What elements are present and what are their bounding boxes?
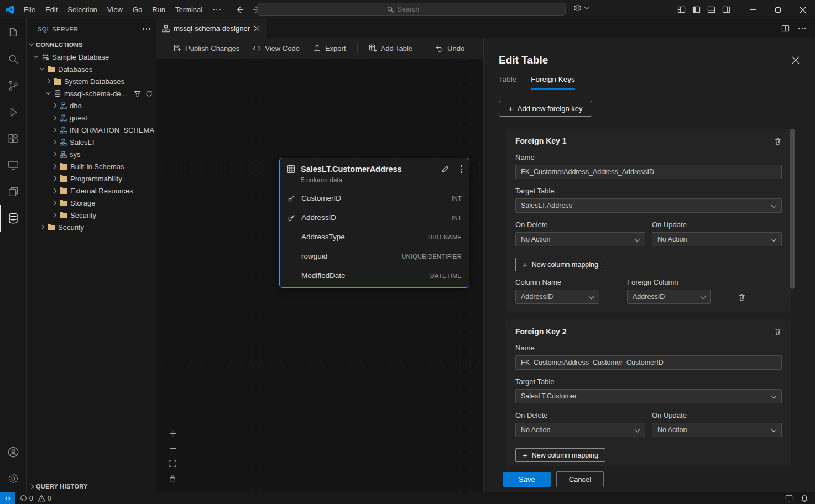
tree-item-information-schema[interactable]: INFORMATION_SCHEMA <box>27 124 156 136</box>
fk2-new-column-mapping-button[interactable]: + New column mapping <box>515 448 605 462</box>
column-row-rowguid[interactable]: rowguid UNIQUEIDENTIFIER <box>280 246 469 266</box>
sql-server-view-icon[interactable] <box>0 205 26 232</box>
sql-projects-icon[interactable] <box>0 179 26 205</box>
tree-item-mssql-schema-database[interactable]: mssql-schema-de... <box>27 87 156 99</box>
fk1-on-delete-dropdown[interactable]: No Action <box>515 232 645 246</box>
delete-foreign-key-2-trash-icon[interactable] <box>774 328 782 336</box>
add-new-foreign-key-button[interactable]: + Add new foreign key <box>499 101 592 117</box>
tree-item-databases[interactable]: Databases <box>27 63 156 75</box>
copilot-menu[interactable] <box>573 3 589 13</box>
tab-mssql-schema-designer[interactable]: mssql-schema-designer <box>156 19 266 38</box>
fk2-on-delete-dropdown[interactable]: No Action <box>515 423 645 437</box>
split-editor-icon[interactable] <box>781 24 790 33</box>
vscode-window: File Edit Selection View Go Run Terminal <box>0 0 815 504</box>
tree-item-saleslt[interactable]: SalesLT <box>27 136 156 148</box>
zoom-in-icon[interactable] <box>168 428 177 438</box>
tree-item-security-server[interactable]: Security <box>27 221 156 233</box>
maximize-button[interactable] <box>765 0 790 19</box>
designer-canvas[interactable]: SalesLT.CustomerAddress <box>156 59 483 492</box>
tree-item-dbo[interactable]: dbo <box>27 99 156 112</box>
menu-go[interactable]: Go <box>128 2 147 17</box>
node-kebab-menu-icon[interactable] <box>461 165 462 173</box>
fit-view-icon[interactable] <box>168 458 177 468</box>
fk1-name-input[interactable] <box>515 165 782 179</box>
problems-indicator[interactable]: 0 0 <box>15 492 55 504</box>
fk2-on-update-dropdown[interactable]: No Action <box>652 423 782 437</box>
tree-item-security-db[interactable]: Security <box>27 209 156 221</box>
toggle-panel-icon[interactable] <box>707 6 715 14</box>
tab-foreign-keys[interactable]: Foreign Keys <box>531 75 575 90</box>
toggle-secondary-sidebar-icon[interactable] <box>722 6 730 14</box>
column-row-customerid[interactable]: CustomerID INT <box>280 188 469 208</box>
extensions-icon[interactable] <box>0 125 26 152</box>
connections-section-header[interactable]: CONNECTIONS <box>27 39 156 51</box>
menu-edit[interactable]: Edit <box>40 2 62 17</box>
fk1-target-table-dropdown[interactable]: SalesLT.Address <box>515 198 782 213</box>
back-arrow-icon[interactable] <box>234 3 246 15</box>
delete-column-mapping-trash-icon[interactable] <box>738 293 746 301</box>
screencast-monitor-icon[interactable] <box>785 495 793 502</box>
tree-item-external-resources[interactable]: External Resources <box>27 185 156 197</box>
panel-scrollbar-thumb[interactable] <box>790 129 795 289</box>
fk1-on-update-dropdown[interactable]: No Action <box>652 232 782 246</box>
notifications-bell-icon[interactable] <box>801 495 808 502</box>
close-window-button[interactable] <box>790 0 815 19</box>
lock-icon[interactable] <box>168 473 177 483</box>
menu-run[interactable]: Run <box>147 2 170 17</box>
editor-more-actions-icon[interactable] <box>798 28 806 29</box>
refresh-icon[interactable] <box>145 90 153 97</box>
tree-item-built-in-schemas[interactable]: Built-in Schemas <box>27 160 156 172</box>
fk1-new-column-mapping-button[interactable]: + New column mapping <box>515 258 605 271</box>
fk2-target-table-dropdown[interactable]: SalesLT.Customer <box>515 389 782 403</box>
menu-file[interactable]: File <box>19 2 40 17</box>
run-debug-icon[interactable] <box>0 99 26 125</box>
tree-item-system-databases[interactable]: System Databases <box>27 75 156 87</box>
search-input[interactable] <box>398 6 436 13</box>
settings-gear-icon[interactable] <box>0 465 26 492</box>
delete-foreign-key-1-trash-icon[interactable] <box>774 137 782 145</box>
zoom-out-icon[interactable] <box>168 443 177 453</box>
column-row-addresstype[interactable]: AddressType DBO.NAME <box>280 227 469 246</box>
tab-table[interactable]: Table <box>499 75 516 90</box>
tree-item-programmability[interactable]: Programmability <box>27 172 156 185</box>
menu-terminal[interactable]: Terminal <box>170 2 207 17</box>
customize-layout-icon[interactable] <box>677 6 686 14</box>
remote-explorer-icon[interactable] <box>0 152 26 179</box>
tree-item-guest[interactable]: guest <box>27 112 156 124</box>
sidebar-more-actions-icon[interactable] <box>143 28 150 30</box>
cancel-button[interactable]: Cancel <box>556 471 604 487</box>
filter-icon[interactable] <box>134 90 141 97</box>
column-row-addressid[interactable]: AddressID INT <box>280 208 469 227</box>
fk2-name-input[interactable] <box>515 355 782 370</box>
minimize-button[interactable] <box>740 0 765 19</box>
account-icon[interactable] <box>0 439 26 465</box>
menu-view[interactable]: View <box>102 2 128 17</box>
chevron-down-icon <box>635 237 640 242</box>
close-tab-icon[interactable] <box>254 25 260 32</box>
save-button[interactable]: Save <box>503 472 551 487</box>
tree-item-sample-database[interactable]: Sample Database <box>27 51 156 63</box>
search-view-icon[interactable] <box>0 46 26 72</box>
query-history-section-header[interactable]: QUERY HISTORY <box>27 480 156 492</box>
explorer-icon[interactable] <box>0 19 26 46</box>
add-table-button[interactable]: Add Table <box>363 41 419 55</box>
more-menus-icon[interactable] <box>207 2 226 17</box>
table-node-customeraddress[interactable]: SalesLT.CustomerAddress <box>279 158 469 288</box>
menu-selection[interactable]: Selection <box>62 2 102 17</box>
column-row-modifieddate[interactable]: ModifiedDate DATETIME <box>280 266 469 285</box>
toggle-primary-sidebar-icon[interactable] <box>692 6 701 14</box>
publish-changes-button[interactable]: Publish Changes <box>168 41 245 55</box>
fk1-column-name-dropdown[interactable]: AddressID <box>515 290 599 304</box>
command-search-box[interactable] <box>257 3 566 16</box>
export-button[interactable]: Export <box>307 41 352 55</box>
status-bar: 0 0 <box>0 492 815 504</box>
fk1-foreign-column-dropdown[interactable]: AddressID <box>627 290 711 304</box>
tree-item-storage[interactable]: Storage <box>27 197 156 209</box>
edit-table-pencil-icon[interactable] <box>441 165 450 174</box>
foreign-key-2-card: Foreign Key 2 Name Target Table SalesLT.… <box>506 319 791 466</box>
source-control-icon[interactable] <box>0 72 26 99</box>
undo-button[interactable]: Undo <box>430 41 470 55</box>
view-code-button[interactable]: View Code <box>247 41 305 55</box>
remote-indicator[interactable] <box>0 492 15 504</box>
tree-item-sys[interactable]: sys <box>27 148 156 160</box>
